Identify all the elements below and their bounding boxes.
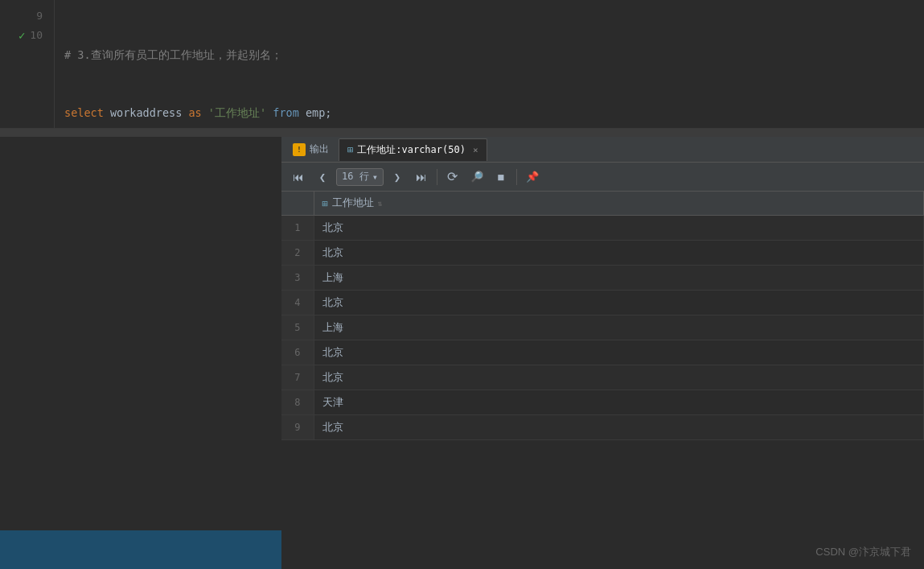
editor-area: 9 ✓ 10 # 3.查询所有员工的工作地址，并起别名； select work… bbox=[0, 0, 924, 129]
page-info[interactable]: 16 行 ▾ bbox=[336, 168, 384, 186]
cell-rownum: 9 bbox=[281, 415, 314, 440]
table-row: 8天津 bbox=[281, 390, 924, 415]
table-row: 2北京 bbox=[281, 241, 924, 266]
table-row: 6北京 bbox=[281, 340, 924, 365]
line-num-label: 9 bbox=[36, 6, 43, 26]
results-panel: ! 输出 ⊞ 工作地址:varchar(50) × ⏮ ❮ 16 行 ▾ ❯ ⏭… bbox=[281, 137, 924, 569]
sidebar-selected-row bbox=[0, 530, 281, 569]
split-area: ! 输出 ⊞ 工作地址:varchar(50) × ⏮ ❮ 16 行 ▾ ❯ ⏭… bbox=[0, 137, 924, 569]
cell-workaddress: 北京 bbox=[314, 241, 924, 266]
tab-close-button[interactable]: × bbox=[473, 145, 478, 155]
tab-bar: ! 输出 ⊞ 工作地址:varchar(50) × bbox=[281, 137, 924, 163]
keyword-from: from bbox=[273, 106, 299, 119]
cell-rownum: 6 bbox=[281, 340, 314, 365]
results-table: ⊞ 工作地址 ⇅ 1北京2北京3上海4北京5上海6北京7北京8天津9北京 bbox=[281, 192, 924, 440]
stop-button[interactable]: ■ bbox=[491, 167, 511, 188]
line-numbers: 9 ✓ 10 bbox=[0, 0, 55, 128]
tab-output[interactable]: ! 输出 bbox=[285, 138, 337, 161]
cell-workaddress: 上海 bbox=[314, 315, 924, 340]
cell-workaddress: 北京 bbox=[314, 415, 924, 440]
code-line-1: # 3.查询所有员工的工作地址，并起别名； bbox=[64, 45, 914, 64]
line-number-9: 9 bbox=[0, 6, 47, 26]
table-header-row: ⊞ 工作地址 ⇅ bbox=[281, 192, 924, 216]
line-num-label: 10 bbox=[30, 26, 43, 45]
table-row: 7北京 bbox=[281, 365, 924, 390]
tab-result-label: 工作地址:varchar(50) bbox=[357, 143, 466, 157]
cell-rownum: 1 bbox=[281, 216, 314, 241]
cell-workaddress: 北京 bbox=[314, 216, 924, 241]
search-button[interactable]: 🔎 bbox=[466, 167, 487, 188]
left-sidebar bbox=[0, 137, 281, 569]
last-page-button[interactable]: ⏭ bbox=[411, 167, 432, 188]
cell-workaddress: 北京 bbox=[314, 291, 924, 315]
first-page-button[interactable]: ⏮ bbox=[288, 167, 309, 188]
comment-text: # 3.查询所有员工的工作地址，并起别名； bbox=[64, 48, 282, 61]
toolbar-separator bbox=[437, 169, 437, 185]
table-row: 4北京 bbox=[281, 291, 924, 315]
tab-result[interactable]: ⊞ 工作地址:varchar(50) × bbox=[339, 138, 487, 161]
cell-rownum: 8 bbox=[281, 390, 314, 415]
watermark: CSDN @汴京城下君 bbox=[815, 545, 911, 559]
cell-workaddress: 北京 bbox=[314, 365, 924, 390]
chevron-down-icon: ▾ bbox=[372, 171, 378, 183]
cell-rownum: 4 bbox=[281, 291, 314, 315]
results-table-area[interactable]: ⊞ 工作地址 ⇅ 1北京2北京3上海4北京5上海6北京7北京8天津9北京 bbox=[281, 192, 924, 569]
refresh-button[interactable]: ⟳ bbox=[442, 167, 463, 188]
cell-rownum: 2 bbox=[281, 241, 314, 266]
table-row: 3上海 bbox=[281, 266, 924, 291]
table-row: 5上海 bbox=[281, 315, 924, 340]
code-editor[interactable]: # 3.查询所有员工的工作地址，并起别名； select workaddress… bbox=[55, 0, 924, 128]
pin-button[interactable]: 📌 bbox=[522, 167, 543, 188]
col-label-workaddress: 工作地址 bbox=[332, 196, 374, 210]
keyword-as: as bbox=[188, 106, 201, 119]
page-info-label: 16 行 bbox=[342, 170, 369, 183]
check-icon: ✓ bbox=[18, 26, 25, 45]
cell-rownum: 7 bbox=[281, 365, 314, 390]
next-page-button[interactable]: ❯ bbox=[387, 167, 408, 188]
col-sort-icon[interactable]: ⇅ bbox=[378, 199, 383, 208]
output-icon: ! bbox=[293, 143, 306, 156]
cell-rownum: 3 bbox=[281, 266, 314, 291]
table-icon: ⊞ bbox=[347, 144, 353, 155]
prev-page-button[interactable]: ❮ bbox=[312, 167, 333, 188]
column-header-rownum bbox=[281, 192, 314, 216]
cell-workaddress: 天津 bbox=[314, 390, 924, 415]
tab-output-label: 输出 bbox=[310, 142, 329, 156]
table-row: 9北京 bbox=[281, 415, 924, 440]
table-body: 1北京2北京3上海4北京5上海6北京7北京8天津9北京 bbox=[281, 216, 924, 440]
results-toolbar: ⏮ ❮ 16 行 ▾ ❯ ⏭ ⟳ 🔎 ■ 📌 bbox=[281, 163, 924, 192]
cell-rownum: 5 bbox=[281, 315, 314, 340]
column-header-workaddress[interactable]: ⊞ 工作地址 ⇅ bbox=[314, 192, 924, 216]
code-line-2: select workaddress as '工作地址' from emp; bbox=[64, 103, 914, 122]
cell-workaddress: 上海 bbox=[314, 266, 924, 291]
toolbar-separator-2 bbox=[516, 169, 517, 185]
table-row: 1北京 bbox=[281, 216, 924, 241]
line-number-10: ✓ 10 bbox=[0, 26, 47, 45]
keyword-select: select bbox=[64, 106, 104, 119]
col-table-icon: ⊞ bbox=[322, 198, 328, 209]
string-alias: '工作地址' bbox=[208, 106, 266, 119]
cell-workaddress: 北京 bbox=[314, 340, 924, 365]
